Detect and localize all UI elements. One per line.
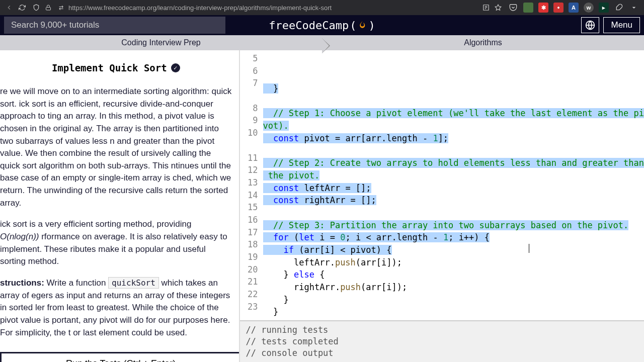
lock-icon[interactable] [44,4,52,12]
shield-icon[interactable] [32,4,40,12]
url-text[interactable]: https://www.freecodecamp.org/learn/codin… [68,4,478,12]
browser-chrome: ⇄ https://www.freecodecamp.org/learn/cod… [0,0,644,15]
output-console: // running tests// tests completed// con… [240,320,644,362]
code-content[interactable]: } // Step 1: Choose a pivot element (we'… [263,50,644,320]
pocket-icon[interactable] [508,3,518,13]
svg-marker-5 [495,5,501,10]
code-editor[interactable]: 56778910101112131415161718192021222323 }… [240,50,644,320]
site-header: Search 9,000+ tutorials freeCodeCamp ( )… [0,15,644,35]
permissions-icon[interactable]: ⇄ [56,4,64,12]
extension-icon-3[interactable]: ● [553,3,564,13]
challenge-instructions: structions: Write a function quickSort w… [0,277,232,339]
logo[interactable]: freeCodeCamp ( ) [269,19,375,32]
extension-icon-6[interactable]: ▸ [599,3,609,13]
breadcrumb-item-0[interactable]: Coding Interview Prep [0,38,322,47]
run-tests-button[interactable]: Run the Tests (Ctrl + Enter) [0,352,240,362]
svg-rect-0 [46,8,51,11]
breadcrumb-item-1[interactable]: Algorithms [322,38,644,47]
reader-icon[interactable] [482,4,490,12]
extension-icon-1[interactable] [523,3,533,13]
chevron-down-icon[interactable] [629,3,639,13]
breadcrumb: Coding Interview Prep Algorithms [0,35,644,50]
instructions-pane: Implement Quick Sort ✓ re we will move o… [0,50,240,362]
bookmark-icon[interactable] [494,4,502,12]
editor-pane: 56778910101112131415161718192021222323 }… [240,50,644,362]
line-gutter: 56778910101112131415161718192021222323 [240,50,263,320]
extension-icon-2[interactable]: ✱ [538,3,548,13]
challenge-paragraph-0: re we will move on to an intermediate so… [0,85,232,209]
globe-icon [585,20,595,30]
challenge-title: Implement Quick Sort ✓ [0,62,232,73]
extension-icon-5[interactable]: w [584,3,594,13]
reload-icon[interactable] [18,4,26,12]
flame-icon [357,20,367,30]
extensions-icon[interactable] [614,3,624,13]
check-icon: ✓ [171,63,180,72]
language-button[interactable] [581,17,599,33]
search-input[interactable]: Search 9,000+ tutorials [4,17,225,34]
challenge-paragraph-1: ick sort is a very efficient sorting met… [0,218,232,268]
extension-icon-4[interactable]: A [569,3,579,13]
menu-button[interactable]: Menu [603,17,640,33]
back-icon[interactable] [5,4,13,12]
